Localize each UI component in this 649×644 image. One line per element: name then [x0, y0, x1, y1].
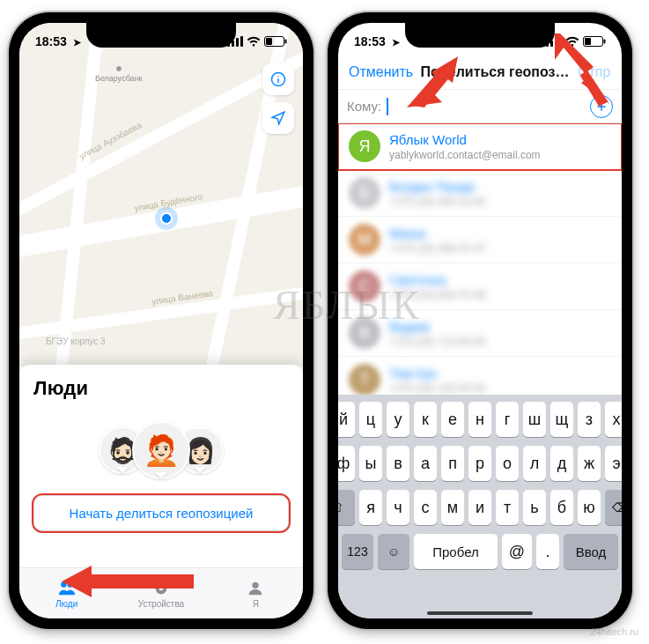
key-letter[interactable]: й	[338, 402, 355, 437]
location-active-icon: ➤	[392, 37, 400, 48]
map-locate-button[interactable]	[262, 102, 294, 134]
key-letter[interactable]: ю	[578, 490, 601, 525]
people-sheet[interactable]: Люди 🧔🏻 🧑🏻‍🦰 👩🏻 Начать делиться геопозиц…	[19, 365, 303, 567]
svg-rect-6	[285, 40, 287, 44]
avatar: М	[349, 224, 380, 255]
tab-people[interactable]: Люди	[19, 568, 114, 618]
key-letter[interactable]: о	[496, 446, 519, 481]
location-active-icon: ➤	[73, 37, 81, 48]
svg-rect-3	[240, 36, 243, 47]
key-letter[interactable]: и	[468, 490, 491, 525]
key-space[interactable]: Пробел	[414, 534, 498, 569]
key-letter[interactable]: х	[605, 402, 622, 437]
contact-row[interactable]: ССветочка+375 (29) 650-70-48	[338, 263, 622, 310]
key-letter[interactable]: ч	[387, 490, 409, 525]
cancel-button[interactable]: Отменить	[349, 64, 413, 80]
key-letter[interactable]: н	[468, 402, 491, 437]
avatar: Я	[349, 130, 380, 162]
contact-sub: +375 (29) 710-00-00	[389, 336, 486, 348]
contact-sub: +375 (29) 650-70-48	[389, 289, 486, 301]
svg-rect-21	[585, 38, 591, 45]
contact-name: Миша	[389, 226, 486, 241]
tab-bar: Люди Устройства Я	[19, 567, 303, 618]
contact-name: Светочка	[389, 272, 486, 287]
text-cursor	[387, 98, 388, 115]
contact-row[interactable]: ЯЯблык Worldyablykworld.contact@email.co…	[338, 123, 622, 170]
map-view[interactable]: Беларусбанк улица Ауэзбаева улица Будённ…	[19, 23, 303, 366]
svg-point-14	[253, 581, 259, 588]
svg-point-9	[277, 76, 279, 78]
contact-sub: yablykworld.contact@email.com	[389, 149, 541, 161]
contact-name: Богдан Панда	[389, 179, 486, 194]
person-icon	[245, 579, 266, 598]
key-letter[interactable]: ж	[578, 446, 601, 481]
key-letter[interactable]: ы	[359, 446, 382, 481]
key-letter[interactable]: к	[414, 402, 437, 437]
key-letter[interactable]: э	[605, 446, 622, 481]
send-button[interactable]: Отправить	[578, 64, 611, 80]
key-letter[interactable]: ш	[523, 402, 546, 437]
plus-icon	[595, 100, 608, 113]
key-enter[interactable]: Ввод	[564, 534, 618, 569]
key-letter[interactable]: ц	[359, 402, 382, 437]
watermark-small: 24hitech.ru	[591, 626, 638, 637]
battery-icon	[583, 36, 606, 47]
sheet-title: Люди	[33, 377, 289, 400]
status-time: 18:53	[35, 34, 67, 48]
svg-rect-5	[266, 38, 272, 45]
nav-title: Поделиться геопози...	[421, 64, 571, 80]
start-sharing-button[interactable]: Начать делиться геопозицией	[33, 495, 289, 531]
svg-rect-22	[604, 40, 606, 44]
contact-row[interactable]: ВВадим+375 (29) 710-00-00	[338, 310, 622, 357]
tab-devices[interactable]: Устройства	[114, 568, 208, 618]
key-letter[interactable]: ф	[338, 446, 355, 481]
phone-right: 18:53 ➤ Отменить Поделиться геопози... О…	[328, 12, 632, 629]
avatar: Т	[349, 364, 380, 395]
to-label: Кому:	[347, 99, 381, 114]
contact-row[interactable]: ББогдан Панда+375 (29) 300-10-83	[338, 170, 622, 217]
svg-point-11	[67, 581, 72, 587]
map-info-button[interactable]	[262, 63, 294, 95]
key-letter[interactable]: е	[441, 402, 464, 437]
key-letter[interactable]: я	[359, 490, 382, 525]
key-letter[interactable]: у	[387, 402, 409, 437]
memoji-cluster: 🧔🏻 🧑🏻‍🦰 👩🏻	[33, 421, 289, 479]
key-fn[interactable]: ☺	[378, 534, 409, 569]
key-dot[interactable]: .	[536, 534, 559, 569]
avatar: В	[349, 317, 380, 349]
contact-name: Вадим	[389, 319, 486, 334]
status-time: 18:53	[354, 34, 386, 48]
add-contact-button[interactable]	[590, 95, 613, 118]
battery-icon	[264, 36, 287, 47]
tab-me[interactable]: Я	[209, 568, 303, 618]
key-letter[interactable]: р	[468, 446, 491, 481]
svg-rect-19	[559, 36, 562, 47]
to-row[interactable]: Кому:	[338, 90, 622, 123]
key-fn[interactable]: ⇧	[338, 490, 355, 525]
svg-rect-18	[555, 38, 557, 47]
contact-row[interactable]: ТТим Кук+375 (29) 100-00-00	[338, 357, 622, 395]
key-letter[interactable]: т	[496, 490, 519, 525]
key-at[interactable]: @	[502, 534, 532, 569]
memoji-2: 🧑🏻‍🦰	[132, 421, 190, 479]
key-letter[interactable]: д	[550, 446, 573, 481]
key-letter[interactable]: а	[414, 446, 437, 481]
key-letter[interactable]: м	[441, 490, 464, 525]
key-letter[interactable]: з	[578, 402, 601, 437]
key-fn[interactable]: ⌫	[605, 490, 622, 525]
key-letter[interactable]: п	[441, 446, 464, 481]
notch	[405, 23, 555, 48]
key-letter[interactable]: л	[523, 446, 546, 481]
contacts-list[interactable]: ЯЯблык Worldyablykworld.contact@email.co…	[338, 123, 622, 395]
map-poi-bank: Беларусбанк	[95, 65, 143, 83]
contact-row[interactable]: ММиша+375 (29) 366-32-47	[338, 217, 622, 263]
key-letter[interactable]: с	[414, 490, 437, 525]
key-letter[interactable]: ь	[523, 490, 546, 525]
key-letter[interactable]: б	[550, 490, 573, 525]
key-letter[interactable]: щ	[550, 402, 573, 437]
key-fn[interactable]: 123	[342, 534, 373, 569]
home-indicator[interactable]	[427, 611, 533, 615]
phone-left: 18:53 ➤ Беларусбанк улица Ауэзбаева улиц…	[9, 12, 313, 629]
key-letter[interactable]: в	[387, 446, 409, 481]
key-letter[interactable]: г	[496, 402, 519, 437]
